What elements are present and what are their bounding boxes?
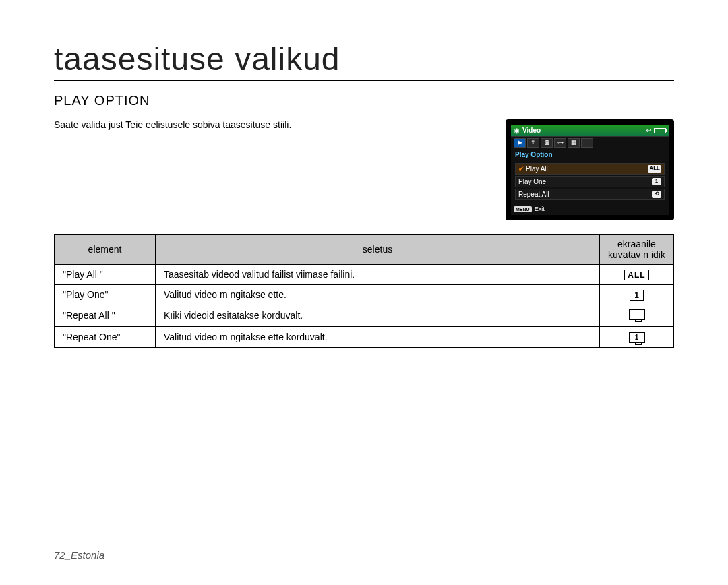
grid-tab-icon[interactable]: ▦	[568, 138, 580, 148]
page-footer: 72_Estonia	[54, 549, 104, 561]
device-footer: MENU Exit	[511, 204, 669, 215]
all-icon: ALL	[624, 270, 648, 280]
th-element: element	[55, 234, 156, 264]
row-desc: Valitud video m ngitakse ette korduvalt.	[156, 326, 600, 347]
menu-button-label[interactable]: MENU	[514, 206, 532, 212]
globe-icon: ◉	[514, 126, 520, 135]
badge-all: ALL	[648, 165, 661, 172]
delete-tab-icon[interactable]: 🗑	[541, 138, 553, 148]
options-table: element seletus ekraanile kuvatav n idik…	[54, 234, 674, 348]
check-icon: ✔	[518, 165, 524, 173]
device-header: ◉ Video ↩	[511, 125, 669, 137]
page-title: taasesituse valikud	[54, 40, 674, 81]
table-row: "Repeat All " Kıiki videoid esitatakse k…	[55, 305, 674, 326]
th-seletus: seletus	[156, 234, 600, 264]
device-option-label: Play All	[526, 165, 548, 173]
row-name: "Repeat All "	[55, 305, 156, 326]
row-icon	[600, 305, 674, 326]
device-preview: ◉ Video ↩ ▶ ⇪ 🗑 ⊶ ▦ ⋯ Play Option ✔Play …	[506, 119, 674, 220]
row-name: "Play All "	[55, 264, 156, 284]
device-tabs: ▶ ⇪ 🗑 ⊶ ▦ ⋯	[511, 137, 669, 149]
device-option-play-all[interactable]: ✔Play All ALL	[515, 163, 665, 175]
table-row: "Repeat One" Valitud video m ngitakse et…	[55, 326, 674, 347]
one-icon: 1	[630, 290, 644, 301]
section-heading: PLAY OPTION	[54, 93, 674, 109]
exit-label: Exit	[535, 206, 545, 214]
device-header-title: Video	[522, 126, 541, 135]
device-option-list: ✔Play All ALL Play One 1 Repeat All ⟲	[511, 160, 669, 204]
device-menu-title: Play Option	[511, 149, 669, 160]
row-name: "Repeat One"	[55, 326, 156, 347]
device-option-repeat-all[interactable]: Repeat All ⟲	[515, 189, 665, 200]
device-option-label: Play One	[518, 177, 546, 186]
row-desc: Kıiki videoid esitatakse korduvalt.	[156, 305, 600, 326]
device-option-label: Repeat All	[518, 190, 549, 199]
table-row: "Play One" Valitud video m ngitakse ette…	[55, 284, 674, 305]
play-tab-icon[interactable]: ▶	[514, 138, 526, 148]
badge-one: 1	[652, 178, 661, 185]
device-option-play-one[interactable]: Play One 1	[515, 176, 665, 187]
more-tab-icon[interactable]: ⋯	[581, 138, 593, 148]
back-icon: ↩	[646, 126, 651, 135]
row-name: "Play One"	[55, 284, 156, 305]
repeat-one-icon: 1	[629, 332, 645, 343]
row-desc: Valitud video m ngitakse ette.	[156, 284, 600, 305]
row-desc: Taasesitab videod valitud failist viimas…	[156, 264, 600, 284]
table-row: "Play All " Taasesitab videod valitud fa…	[55, 264, 674, 284]
intro-text: Saate valida just Teie eelistusele sobiv…	[54, 119, 479, 130]
repeat-all-icon	[629, 309, 645, 320]
badge-repeat: ⟲	[652, 191, 661, 197]
row-icon: ALL	[600, 264, 674, 284]
row-icon: 1	[600, 284, 674, 305]
th-indicator: ekraanile kuvatav n idik	[600, 234, 674, 264]
row-icon: 1	[600, 326, 674, 347]
share-tab-icon[interactable]: ⇪	[527, 138, 539, 148]
battery-icon	[654, 128, 666, 133]
lock-tab-icon[interactable]: ⊶	[554, 138, 566, 148]
